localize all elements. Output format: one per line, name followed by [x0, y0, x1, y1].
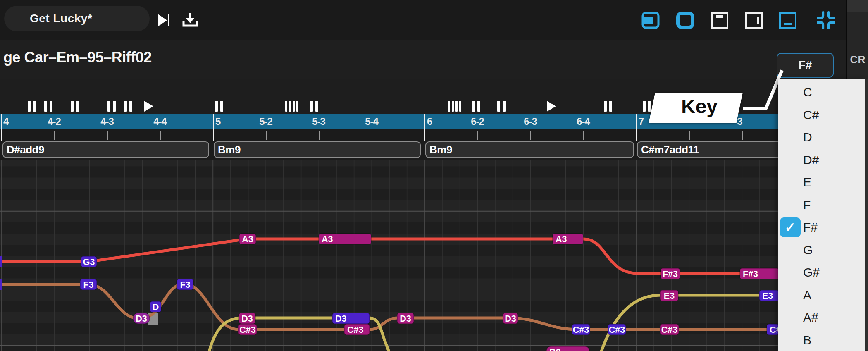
- pause-marker[interactable]: [107, 101, 116, 112]
- note-label-fs3[interactable]: F#3: [740, 268, 779, 279]
- key-option-ds[interactable]: D#: [778, 149, 865, 171]
- key-option-label: G: [803, 243, 813, 257]
- key-option-as[interactable]: A#: [778, 306, 865, 329]
- key-option-fs[interactable]: ✓F#: [778, 216, 865, 239]
- marker-bar: [33, 101, 36, 112]
- panel-bottom-button[interactable]: [779, 12, 797, 28]
- roll-dark-row: [0, 301, 868, 312]
- timeline-label: 4-3: [100, 116, 114, 127]
- song-title: Get Lucky*: [30, 12, 92, 25]
- pause-marker[interactable]: [44, 101, 52, 112]
- timeline-label: 5-3: [312, 116, 325, 127]
- top-bar: Get Lucky*: [0, 0, 868, 41]
- collapse-button[interactable]: [817, 12, 835, 28]
- key-option-d[interactable]: D: [778, 126, 865, 148]
- panel-main-button[interactable]: [676, 12, 694, 28]
- pause-marker[interactable]: [497, 101, 506, 112]
- app-window: Get Lucky*: [0, 0, 868, 351]
- song-title-pill[interactable]: Get Lucky*: [4, 6, 150, 31]
- timeline-label: 5-4: [365, 116, 378, 127]
- note-text: D3: [505, 314, 516, 324]
- pause-marker[interactable]: [28, 101, 36, 112]
- measure-line: [636, 114, 637, 141]
- pause-marker[interactable]: [71, 101, 79, 112]
- download-button[interactable]: [181, 12, 199, 28]
- quad-marker[interactable]: [285, 101, 298, 112]
- pause-marker[interactable]: [472, 101, 480, 112]
- note-label-cs3[interactable]: C#3: [608, 324, 626, 335]
- key-option-c[interactable]: C: [778, 81, 865, 103]
- key-option-label: C#: [803, 108, 819, 122]
- chord-block[interactable]: Bm9: [214, 141, 421, 158]
- note-label-cs3[interactable]: C#3: [238, 324, 257, 335]
- marker-bar: [50, 101, 52, 112]
- quad-marker[interactable]: [448, 101, 461, 112]
- key-option-a[interactable]: A: [778, 284, 865, 306]
- note-label-cs3[interactable]: C#3: [344, 324, 370, 335]
- play-marker[interactable]: [547, 101, 556, 112]
- marker-bar: [452, 101, 454, 112]
- note-label-d3[interactable]: D3: [503, 313, 518, 324]
- note-label-d3[interactable]: D3: [332, 313, 370, 324]
- note-label-cs3[interactable]: C#3: [660, 324, 679, 335]
- note-label-fs3[interactable]: F#3: [661, 268, 680, 279]
- piano-roll[interactable]: G3F3F3DD3D3C#3A3A3D3C#3D3D3A3C#3C#3C#3F#…: [0, 160, 868, 351]
- key-option-cs[interactable]: C#: [778, 104, 865, 126]
- note-label-d3[interactable]: D3: [133, 313, 150, 324]
- beat-tick: [54, 131, 55, 140]
- marker-bar: [448, 101, 450, 112]
- note-text: C#3: [347, 325, 363, 335]
- key-option-label: C: [803, 85, 812, 99]
- note-label-d3[interactable]: D3: [239, 313, 255, 324]
- marker-bar: [310, 101, 313, 112]
- note-label-e3[interactable]: E3: [759, 290, 779, 301]
- note-label-a3[interactable]: A3: [553, 234, 583, 244]
- note-label-d3[interactable]: D3: [397, 313, 414, 324]
- key-option-f[interactable]: F: [778, 194, 865, 216]
- skip-to-end-button[interactable]: [155, 12, 173, 28]
- timeline-ruler[interactable]: 44-24-34-455-25-35-466-26-36-47-3: [0, 114, 868, 129]
- note-label-g3[interactable]: G3: [81, 256, 97, 267]
- marker-bar: [477, 101, 480, 112]
- panel-top-icon: [711, 12, 729, 29]
- note-label-cs3[interactable]: C#3: [572, 324, 590, 335]
- marker-bar: [289, 101, 291, 112]
- key-option-label: F: [803, 198, 811, 212]
- note-text: D3: [400, 314, 411, 324]
- note-label-f3[interactable]: F3: [80, 279, 97, 290]
- panel-right-button[interactable]: [745, 12, 763, 28]
- key-button[interactable]: F#: [777, 53, 834, 78]
- panel-left-filled-button[interactable]: [641, 12, 660, 28]
- roll-dark-row: [0, 166, 868, 177]
- key-option-gs[interactable]: G#: [778, 261, 865, 284]
- key-option-g[interactable]: G: [778, 239, 865, 261]
- note-text: D3: [335, 314, 347, 324]
- cr-label: CR: [848, 54, 868, 66]
- note-label-a3[interactable]: A3: [319, 234, 371, 244]
- panel-top-button[interactable]: [711, 12, 729, 28]
- note-label-b2[interactable]: B2: [546, 346, 589, 351]
- timeline-label: 6-3: [524, 116, 537, 127]
- pause-marker[interactable]: [604, 101, 612, 112]
- collapse-icon: [817, 11, 835, 29]
- beat-tick-strip: [0, 129, 868, 141]
- note-label-d[interactable]: D: [150, 301, 161, 312]
- note-text: F3: [83, 280, 93, 290]
- pause-marker[interactable]: [310, 101, 318, 112]
- note-text: G3: [83, 257, 95, 267]
- key-option-e[interactable]: E: [778, 171, 865, 193]
- note-label-a3[interactable]: A3: [239, 234, 256, 244]
- measure-line: [213, 114, 214, 141]
- note-text: B2: [549, 347, 561, 351]
- chord-block[interactable]: Bm9: [425, 141, 634, 158]
- note-label-e3[interactable]: E3: [660, 290, 678, 301]
- play-marker[interactable]: [144, 101, 153, 112]
- timeline-label: 4: [3, 116, 8, 127]
- note-label-f3[interactable]: F3: [177, 279, 193, 290]
- pause-marker[interactable]: [643, 101, 651, 112]
- pause-marker[interactable]: [215, 101, 223, 112]
- key-option-b[interactable]: B: [778, 329, 865, 351]
- note-text: D: [153, 302, 159, 312]
- chord-block[interactable]: D#add9: [2, 141, 209, 158]
- pause-marker[interactable]: [124, 101, 132, 112]
